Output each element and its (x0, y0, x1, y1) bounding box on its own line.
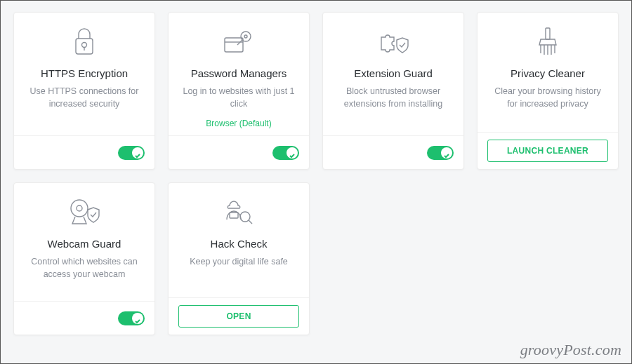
brush-icon (534, 25, 562, 59)
card-footer (323, 135, 463, 169)
svg-point-3 (241, 32, 251, 41)
svg-rect-8 (230, 213, 238, 218)
card-desc: Log in to websites with just 1 click (180, 85, 298, 110)
svg-point-9 (240, 212, 250, 222)
card-hack-check: Hack Check Keep your digital life safe O… (168, 182, 310, 335)
card-body: Privacy Cleaner Clear your browsing hist… (478, 13, 618, 132)
watermark: groovyPost.com (520, 341, 621, 359)
svg-point-6 (71, 200, 88, 217)
card-desc: Block untrusted browser extensions from … (334, 85, 452, 110)
card-desc: Keep your digital life safe (190, 255, 288, 268)
svg-rect-2 (225, 38, 243, 52)
password-managers-toggle[interactable] (272, 146, 299, 160)
lock-icon (72, 25, 96, 59)
hacker-search-icon (221, 196, 256, 229)
puzzle-shield-icon (376, 25, 411, 59)
svg-rect-0 (76, 39, 93, 54)
card-title: Extension Guard (354, 67, 433, 79)
launch-cleaner-button[interactable]: LAUNCH CLEANER (487, 140, 608, 162)
svg-point-1 (82, 43, 87, 48)
card-extension-guard: Extension Guard Block untrusted browser … (322, 12, 464, 170)
card-desc: Control which websites can access your w… (25, 255, 143, 281)
card-footer (14, 301, 154, 335)
card-footer: LAUNCH CLEANER (478, 132, 618, 169)
card-body: Extension Guard Block untrusted browser … (323, 13, 463, 135)
card-title: HTTPS Encryption (41, 67, 128, 79)
webcam-guard-toggle[interactable] (118, 311, 145, 325)
card-webcam-guard: Webcam Guard Control which websites can … (13, 182, 155, 335)
svg-point-4 (244, 35, 247, 38)
card-title: Hack Check (211, 238, 268, 250)
https-toggle[interactable] (118, 146, 145, 160)
card-password-managers: Password Managers Log in to websites wit… (168, 12, 310, 170)
feature-grid: HTTPS Encryption Use HTTPS connections f… (1, 1, 631, 346)
card-footer (14, 135, 154, 169)
card-footer (169, 135, 309, 169)
card-note: Browser (Default) (206, 119, 271, 128)
card-body: Webcam Guard Control which websites can … (14, 183, 154, 301)
card-footer: OPEN (169, 297, 309, 335)
open-button[interactable]: OPEN (178, 305, 299, 328)
card-body: Password Managers Log in to websites wit… (169, 13, 309, 135)
svg-rect-5 (546, 28, 550, 39)
card-desc: Clear your browsing history for increase… (489, 85, 607, 110)
key-icon (222, 25, 256, 59)
svg-point-7 (77, 205, 82, 211)
card-title: Webcam Guard (48, 238, 121, 250)
card-body: HTTPS Encryption Use HTTPS connections f… (14, 13, 154, 135)
card-https-encryption: HTTPS Encryption Use HTTPS connections f… (13, 12, 155, 170)
card-title: Password Managers (191, 67, 287, 79)
card-title: Privacy Cleaner (511, 67, 585, 79)
card-privacy-cleaner: Privacy Cleaner Clear your browsing hist… (477, 12, 619, 170)
card-desc: Use HTTPS connections for increased secu… (25, 85, 143, 110)
webcam-shield-icon (67, 196, 102, 229)
card-body: Hack Check Keep your digital life safe (169, 183, 309, 297)
extension-guard-toggle[interactable] (427, 146, 454, 160)
